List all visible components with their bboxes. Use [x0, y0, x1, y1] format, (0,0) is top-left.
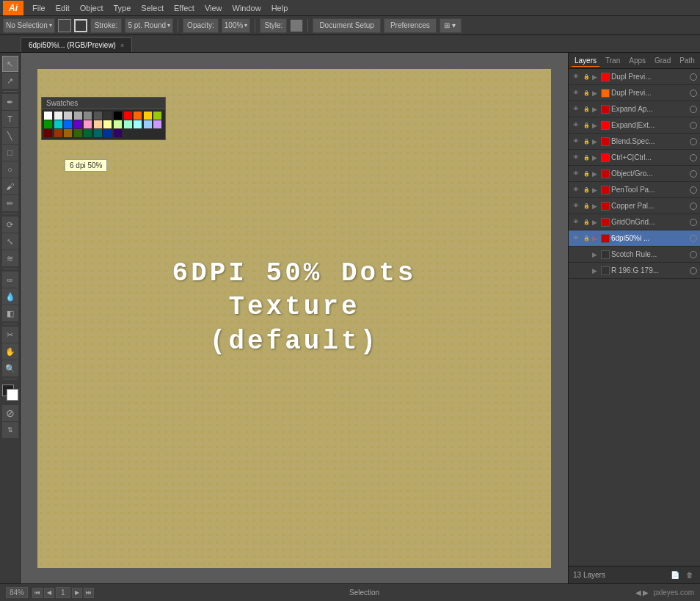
ellipse-tool[interactable]: ○	[2, 161, 18, 178]
paintbrush-tool[interactable]: 🖌	[2, 178, 18, 194]
direct-select-tool[interactable]: ↗	[2, 73, 18, 89]
layer-target-circle[interactable]	[690, 267, 697, 274]
layer-expand-icon[interactable]: ▶	[592, 251, 599, 258]
none-color[interactable]: ⊘	[2, 405, 18, 421]
selection-dropdown[interactable]: No Selection	[3, 18, 55, 33]
layer-expand-icon[interactable]: ▶	[592, 138, 599, 145]
tab-close-button[interactable]: ×	[120, 42, 124, 49]
zoom-level[interactable]: 84%	[6, 587, 28, 598]
layer-lock-icon[interactable]	[582, 250, 591, 259]
layer-lock-icon[interactable]: 🔒	[582, 153, 591, 162]
layer-target-circle[interactable]	[690, 106, 697, 113]
menu-file[interactable]: File	[28, 2, 50, 14]
line-tool[interactable]: ╲	[2, 128, 18, 144]
swatch-item[interactable]	[84, 120, 92, 128]
layer-lock-icon[interactable]	[582, 266, 591, 275]
swatch-item[interactable]	[144, 120, 152, 128]
layer-expand-icon[interactable]: ▶	[592, 106, 599, 113]
tab-grad[interactable]: Grad	[652, 55, 674, 66]
tab-path[interactable]: Path	[677, 55, 698, 66]
stroke-indicator[interactable]	[74, 19, 87, 32]
next-page-button[interactable]: ▶	[72, 588, 82, 598]
layer-row[interactable]: 👁🔒▶Dupl Previ...	[569, 69, 700, 85]
fill-swatch[interactable]	[58, 19, 71, 32]
layer-expand-icon[interactable]: ▶	[592, 186, 599, 194]
swatch-item[interactable]	[134, 120, 142, 128]
layer-target-circle[interactable]	[690, 235, 697, 242]
swatch-item[interactable]	[74, 112, 82, 120]
active-tab[interactable]: 6dpi50%i... (RGB/Preview) ×	[21, 37, 132, 52]
current-page[interactable]: 1	[56, 587, 70, 598]
layer-visibility-icon[interactable]: 👁	[572, 137, 580, 146]
layer-lock-icon[interactable]: 🔒	[582, 234, 591, 243]
swatch-item[interactable]	[114, 120, 122, 128]
layer-visibility-icon[interactable]: 👁	[572, 186, 580, 194]
swap-colors[interactable]: ⇅	[2, 422, 18, 438]
layer-expand-icon[interactable]: ▶	[592, 203, 599, 210]
layer-lock-icon[interactable]: 🔒	[582, 170, 591, 178]
menu-edit[interactable]: Edit	[51, 2, 74, 14]
swatch-item[interactable]	[54, 112, 62, 120]
layer-target-circle[interactable]	[690, 122, 697, 129]
swatch-item[interactable]	[103, 120, 112, 128]
tab-tran[interactable]: Tran	[602, 55, 623, 66]
layer-row[interactable]: 👁🔒▶Blend.Spec...	[569, 134, 700, 150]
menu-view[interactable]: View	[200, 2, 227, 14]
preferences-button[interactable]: Preferences	[384, 18, 437, 33]
swatch-item[interactable]	[94, 112, 102, 120]
layer-lock-icon[interactable]: 🔒	[582, 89, 591, 98]
layer-lock-icon[interactable]: 🔒	[582, 202, 591, 211]
swatch-item[interactable]	[134, 112, 142, 120]
layer-lock-icon[interactable]: 🔒	[582, 186, 591, 194]
gradient-tool[interactable]: ◧	[2, 305, 18, 321]
first-page-button[interactable]: ⏮	[32, 588, 43, 598]
opacity-dropdown[interactable]: 100%	[222, 18, 251, 33]
swatch-item[interactable]	[124, 112, 132, 120]
layer-lock-icon[interactable]: 🔒	[582, 121, 591, 130]
layer-visibility-icon[interactable]: 👁	[572, 89, 580, 98]
swatch-item[interactable]	[74, 120, 82, 128]
swatch-item[interactable]	[44, 112, 52, 120]
swatch-item[interactable]	[94, 120, 102, 128]
layer-expand-icon[interactable]: ▶	[592, 235, 599, 242]
layer-visibility-icon[interactable]: 👁	[572, 105, 580, 114]
layer-expand-icon[interactable]: ▶	[592, 154, 599, 161]
menu-help[interactable]: Help	[267, 2, 293, 14]
menu-window[interactable]: Window	[228, 2, 266, 14]
zoom-tool[interactable]: 🔍	[2, 360, 18, 376]
swatch-item[interactable]	[114, 129, 122, 137]
menu-object[interactable]: Object	[76, 2, 108, 14]
layer-visibility-icon[interactable]: 👁	[572, 73, 580, 81]
layer-visibility-icon[interactable]	[572, 250, 580, 259]
layer-row[interactable]: 👁🔒▶6dpi50%i ...	[569, 230, 700, 247]
layer-target-circle[interactable]	[690, 203, 697, 210]
layer-visibility-icon[interactable]: 👁	[572, 121, 580, 130]
swatch-item[interactable]	[84, 112, 92, 120]
scale-tool[interactable]: ⤡	[2, 233, 18, 249]
swatch-item[interactable]	[124, 120, 132, 128]
swatch-item[interactable]	[144, 112, 152, 120]
layer-row[interactable]: 👁🔒▶GridOnGrid...	[569, 214, 700, 230]
layer-expand-icon[interactable]: ▶	[592, 267, 599, 274]
swatch-item[interactable]	[153, 120, 161, 128]
swatch-item[interactable]	[44, 120, 52, 128]
layer-visibility-icon[interactable]: 👁	[572, 202, 580, 211]
swatch-item[interactable]	[64, 112, 72, 120]
scissors-tool[interactable]: ✂	[2, 327, 18, 343]
new-layer-button[interactable]: 📄	[669, 569, 681, 581]
layer-visibility-icon[interactable]: 👁	[572, 234, 580, 243]
layer-visibility-icon[interactable]: 👁	[572, 153, 580, 162]
swatch-item[interactable]	[103, 112, 112, 120]
layer-row[interactable]: 👁🔒▶Copper Pal...	[569, 198, 700, 214]
layer-lock-icon[interactable]: 🔒	[582, 73, 591, 81]
layer-target-circle[interactable]	[690, 73, 697, 81]
layer-target-circle[interactable]	[690, 186, 697, 194]
swatch-item[interactable]	[64, 120, 72, 128]
swatch-item[interactable]	[64, 129, 72, 137]
rotate-tool[interactable]: ⟳	[2, 216, 18, 233]
swatch-item[interactable]	[94, 129, 102, 137]
layer-target-circle[interactable]	[690, 154, 697, 161]
style-swatch[interactable]	[290, 19, 303, 32]
pencil-tool[interactable]: ✏	[2, 195, 18, 211]
eyedropper-tool[interactable]: 💧	[2, 288, 18, 305]
